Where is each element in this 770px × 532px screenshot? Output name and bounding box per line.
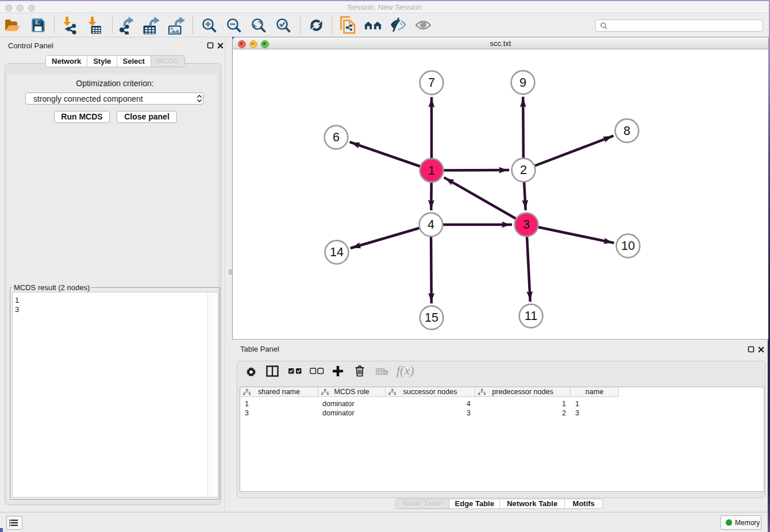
svg-text:10: 10 [621, 239, 635, 253]
svg-text:1: 1 [428, 164, 435, 178]
svg-text:7: 7 [428, 76, 435, 90]
svg-text:11: 11 [525, 309, 537, 323]
svg-text:14: 14 [330, 245, 344, 259]
svg-text:4: 4 [428, 218, 434, 232]
svg-text:6: 6 [333, 130, 340, 144]
svg-text:15: 15 [425, 311, 438, 325]
svg-text:8: 8 [623, 124, 630, 138]
svg-text:9: 9 [519, 76, 526, 90]
svg-text:2: 2 [520, 163, 527, 177]
svg-text:3: 3 [523, 218, 530, 232]
